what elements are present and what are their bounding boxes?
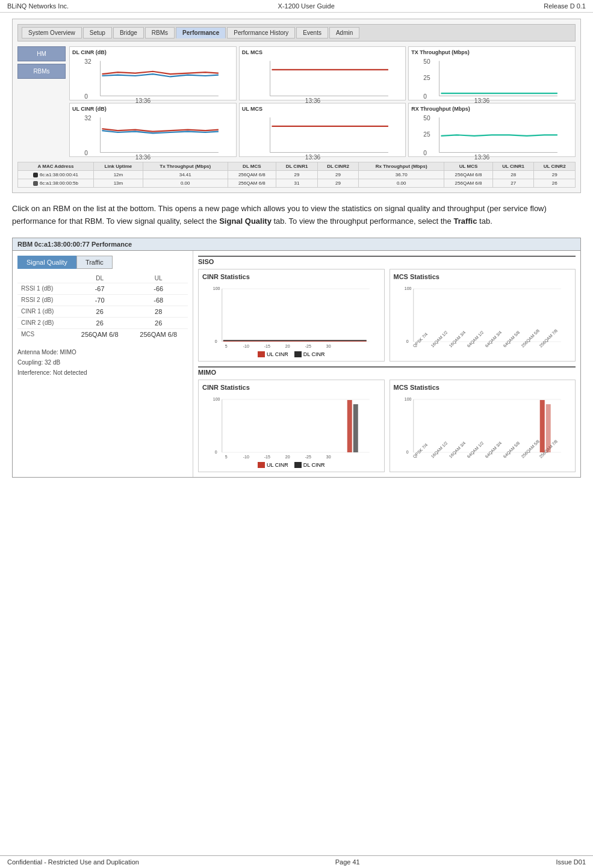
svg-text:20: 20	[285, 455, 290, 459]
mimo-legend-ul-cinr: UL CINR	[258, 462, 288, 468]
coupling: Coupling: 32 dB	[17, 357, 188, 368]
dl-cinr-legend-box	[294, 351, 302, 357]
svg-text:64QAM 3/4: 64QAM 3/4	[484, 440, 503, 459]
svg-text:13:36: 13:36	[474, 154, 490, 161]
svg-text:QPSK 7/4: QPSK 7/4	[412, 442, 429, 459]
antenna-mode: Antenna Mode: MIMO	[17, 347, 188, 357]
svg-text:25: 25	[424, 75, 431, 81]
stat-dl-mcs: 256QAM 6/8	[70, 328, 129, 340]
charts-right: SISO CINR Statistics 100 0	[193, 251, 580, 477]
mimo-mcs-title: MCS Statistics	[394, 384, 572, 391]
svg-text:50: 50	[424, 58, 431, 65]
mimo-mcs-box: MCS Statistics 100 0 QPSK 7/4 16QAM 1/2	[390, 380, 576, 472]
svg-text:16QAM 3/4: 16QAM 3/4	[448, 330, 467, 348]
mimo-label: MIMO	[198, 366, 576, 376]
tab-signal-quality[interactable]: Signal Quality	[17, 256, 76, 269]
nav-tabs-mockup: System Overview Setup Bridge RBMs Perfor…	[17, 24, 576, 42]
row2-tx: 0.00	[143, 179, 228, 188]
row1-dl-cinr2: 29	[317, 171, 359, 179]
row2-dl-cinr2: 29	[317, 179, 359, 188]
nav-tab-bridge[interactable]: Bridge	[113, 27, 144, 38]
sidebar-btn-rbms[interactable]: RBMs	[17, 64, 66, 79]
row2-mac: 6c:a1:38:00:00:5b	[18, 179, 94, 188]
chart-dl-mcs-svg: 13:36	[242, 57, 403, 105]
mimo-legend-dl-cinr: DL CINR	[294, 462, 325, 468]
interference: Interference: Not detected	[17, 368, 188, 378]
row1-dl-cinr1: 29	[276, 171, 318, 179]
stat-ul-mcs: 256QAM 6/8	[129, 328, 188, 340]
nav-tab-performance[interactable]: Performance	[176, 27, 226, 38]
row2-dl-cinr1: 31	[276, 179, 318, 188]
table-row[interactable]: 6c:a1:38:00:00:5b 13m 0.00 256QAM 6/8 31…	[18, 179, 576, 188]
nav-tab-performance-history[interactable]: Performance History	[227, 27, 295, 38]
svg-text:QPSK 7/4: QPSK 7/4	[412, 331, 429, 348]
mimo-cinr-chart: 100 0 5 -10 -15 20 -25	[202, 393, 380, 460]
siso-mcs-chart: 100 0 QPSK 7/4 16QAM 1/2 16QAM 3/4	[394, 283, 572, 349]
siso-mcs-svg: 100 0 QPSK 7/4 16QAM 1/2 16QAM 3/4	[394, 283, 572, 349]
svg-text:-10: -10	[243, 455, 249, 459]
ul-cinr-legend-label: UL CINR	[267, 351, 288, 357]
chart-dl-mcs-title: DL MCS	[242, 49, 403, 55]
svg-text:13:36: 13:36	[305, 154, 320, 161]
stat-label-cinr1: CINR 1 (dB)	[17, 306, 70, 317]
nav-tab-setup[interactable]: Setup	[83, 27, 112, 38]
siso-cinr-chart: 100 0 5 -10 -15 20	[202, 283, 380, 349]
siso-mcs-title: MCS Statistics	[394, 273, 572, 280]
siso-section: SISO CINR Statistics 100 0	[198, 256, 576, 362]
svg-text:13:36: 13:36	[135, 154, 151, 161]
chart-dl-mcs: DL MCS 13:36	[239, 46, 406, 100]
svg-text:-25: -25	[305, 344, 311, 348]
row1-rx: 36.70	[359, 171, 444, 179]
sidebar-btn-hm[interactable]: HM	[17, 46, 66, 61]
nav-tab-rbms[interactable]: RBMs	[145, 27, 175, 38]
stat-row-cinr1: CINR 1 (dB) 26 28	[17, 306, 188, 317]
col-ul-cinr1: UL CINR1	[492, 162, 534, 171]
col-header-dl: DL	[70, 274, 129, 283]
chart-tx-throughput: TX Throughput (Mbps) 50 25 0 13:36	[408, 46, 576, 100]
svg-text:64QAM 1/2: 64QAM 1/2	[466, 330, 485, 348]
col-uptime: Link Uptime	[93, 162, 143, 171]
stat-dl-rssi1: -67	[70, 283, 129, 294]
row2-ul-mcs: 256QAM 6/8	[444, 179, 493, 188]
stats-table: DL UL RSSI 1 (dB) -67 -66 RSSI 2 (dB) -7…	[17, 274, 188, 340]
siso-cinr-box: CINR Statistics 100 0 5	[198, 269, 385, 362]
mimo-ul-cinr-legend-box	[258, 462, 265, 468]
rbm-performance-panel: RBM 0c:a1:38:00:00:77 Performance Signal…	[12, 238, 581, 478]
row2-rx: 0.00	[359, 179, 444, 188]
mimo-cinr-title: CINR Statistics	[202, 384, 380, 391]
svg-text:0: 0	[406, 450, 408, 454]
row1-ul-mcs: 256QAM 6/8	[444, 171, 493, 179]
svg-text:0: 0	[424, 150, 427, 156]
siso-cinr-svg: 100 0 5 -10 -15 20	[202, 283, 380, 349]
mimo-cinr-svg: 100 0 5 -10 -15 20 -25	[202, 393, 380, 460]
chart-dl-cinr-title: DL CINR (dB)	[72, 49, 234, 55]
table-row[interactable]: 6c:a1:38:00:00:41 12m 34.41 256QAM 6/8 2…	[18, 171, 576, 179]
chart-ul-cinr-svg: 32 0 13:36	[72, 113, 234, 161]
mimo-ul-cinr-legend-label: UL CINR	[267, 462, 288, 468]
row2-ul-cinr1: 27	[492, 179, 534, 188]
svg-text:64QAM 3/4: 64QAM 3/4	[484, 330, 503, 348]
col-mac: A MAC Address	[18, 162, 94, 171]
row1-ul-cinr1: 28	[492, 171, 534, 179]
stat-ul-rssi2: -68	[129, 294, 188, 306]
stat-label-rssi1: RSSI 1 (dB)	[17, 283, 70, 294]
row2-ul-cinr2: 26	[534, 179, 576, 188]
col-rx: Rx Throughput (Mbps)	[359, 162, 444, 171]
nav-tab-admin[interactable]: Admin	[329, 27, 359, 38]
footer-center: Page 41	[335, 858, 360, 866]
nav-tab-system-overview[interactable]: System Overview	[22, 27, 82, 38]
svg-text:30: 30	[326, 455, 331, 459]
svg-text:64QAM 1/2: 64QAM 1/2	[466, 440, 485, 459]
chart-ul-mcs-title: UL MCS	[242, 106, 403, 112]
tab-traffic[interactable]: Traffic	[76, 256, 113, 269]
svg-text:0: 0	[424, 93, 427, 100]
svg-rect-65	[347, 400, 352, 452]
panel-tabs: Signal Quality Traffic	[17, 256, 188, 269]
svg-text:0: 0	[84, 93, 88, 100]
svg-text:100: 100	[404, 286, 411, 291]
mockup-body: HM RBMs DL CINR (dB) 32 0 13:36	[17, 46, 576, 157]
rbm-panel-body: Signal Quality Traffic DL UL RSSI	[13, 251, 580, 477]
nav-tab-events[interactable]: Events	[296, 27, 328, 38]
col-dl-cinr2: DL CINR2	[317, 162, 359, 171]
mockup-sidebar: HM RBMs	[17, 46, 66, 157]
